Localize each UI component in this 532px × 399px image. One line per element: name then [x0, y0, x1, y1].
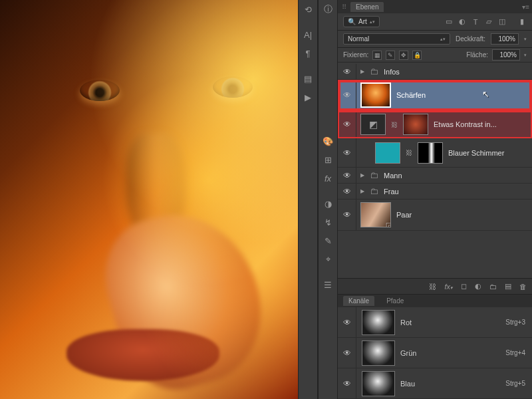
layer-folder-frau[interactable]: 👁 ▶ 🗀 Frau	[338, 184, 532, 200]
delete-icon[interactable]: 🗑	[519, 283, 527, 291]
mask-thumbnail[interactable]	[418, 142, 443, 164]
adjustment-thumbnail[interactable]: ◩	[360, 114, 386, 135]
expand-toggle-icon[interactable]: ▶	[360, 68, 364, 74]
layer-kontrast[interactable]: 👁 ◩ ⛓ Etwas Kontrast in...	[338, 111, 532, 138]
layer-name[interactable]: Schärfen	[396, 91, 426, 99]
link-mask-icon[interactable]: ⛓	[406, 149, 412, 156]
panel-icon-info[interactable]: ⓘ	[319, 0, 337, 19]
panel-grip-icon[interactable]: ⠿	[342, 3, 346, 11]
folder-icon: 🗀	[370, 186, 378, 196]
layer-schaerfen[interactable]: 👁 Schärfen ↖	[338, 80, 532, 111]
layer-name[interactable]: Frau	[384, 188, 399, 196]
panel-icon-swatches[interactable]: ⊞	[319, 150, 337, 169]
blend-mode-dropdown[interactable]: Normal ▴▾	[343, 33, 450, 45]
layer-name[interactable]: Infos	[384, 68, 400, 76]
search-icon: 🔍	[348, 18, 356, 25]
lock-all-icon[interactable]: 🔒	[412, 51, 422, 60]
filter-toggle-icon[interactable]: ▮	[517, 17, 527, 27]
channels-tab-bar: Kanäle Pfade	[338, 294, 532, 307]
link-layers-icon[interactable]: ⛓	[429, 283, 436, 291]
visibility-toggle[interactable]: 👁	[338, 338, 356, 368]
canvas-artwork[interactable]	[0, 0, 298, 399]
layer-name[interactable]: Blauer Schimmer	[448, 149, 504, 157]
filter-adjustment-icon[interactable]: ◐	[458, 17, 467, 27]
mask-icon[interactable]: ◻	[461, 282, 467, 291]
caret-icon[interactable]: ▾	[524, 53, 527, 58]
expand-toggle-icon[interactable]: ▶	[360, 172, 364, 178]
lock-label: Fixieren:	[343, 51, 368, 59]
filter-type-icon[interactable]: T	[471, 17, 480, 27]
layers-tab[interactable]: Ebenen	[350, 2, 384, 12]
panel-icon-clone[interactable]: ⌖	[319, 250, 337, 269]
paths-tab[interactable]: Pfade	[381, 296, 409, 306]
lock-pixels-icon[interactable]: ✎	[386, 51, 395, 60]
layer-thumbnail[interactable]	[375, 142, 400, 164]
filter-shape-icon[interactable]: ▱	[484, 17, 493, 27]
panel-icon-character[interactable]: A|	[299, 25, 317, 44]
fx-icon[interactable]: fx▾	[444, 283, 453, 291]
expand-toggle-icon[interactable]: ▶	[360, 188, 364, 194]
caret-icon[interactable]: ▾	[524, 37, 527, 42]
panel-icon-adjustments[interactable]: ◑	[319, 194, 337, 213]
filter-pixel-icon[interactable]: ▭	[444, 17, 454, 27]
layer-filter-row: 🔍 Art ▴▾ ▭ ◐ T ▱ ◫ ▮	[338, 13, 532, 31]
adjustment-icon[interactable]: ◐	[475, 282, 481, 291]
channels-list: 👁 Rot Strg+3 👁 Grün Strg+4 👁 Blau Strg+5	[338, 307, 532, 399]
panel-menu-icon[interactable]: ▾≡	[522, 3, 529, 11]
channel-thumbnail[interactable]	[362, 371, 395, 396]
panel-icon-color[interactable]: 🎨	[319, 132, 337, 150]
lock-position-icon[interactable]: ✥	[399, 51, 408, 60]
channels-tab[interactable]: Kanäle	[343, 296, 374, 306]
layers-list: 👁 ▶ 🗀 Infos 👁 Schärfen ↖ 👁 ◩ ⛓ Etwas Kon…	[338, 63, 532, 278]
channel-name[interactable]: Rot	[400, 319, 505, 327]
layers-footer: ⛓ fx▾ ◻ ◐ 🗀 ▤ 🗑	[338, 278, 532, 294]
layer-name[interactable]: Etwas Kontrast in...	[434, 120, 497, 128]
channel-row[interactable]: 👁 Blau Strg+5	[338, 368, 532, 399]
new-layer-icon[interactable]: ▤	[505, 282, 511, 291]
caret-icon: ▴▾	[370, 19, 375, 25]
panel-icon-navigator[interactable]: ▤	[299, 69, 317, 88]
channel-name[interactable]: Blau	[400, 380, 505, 388]
visibility-toggle[interactable]: 👁	[338, 80, 356, 110]
layer-folder-mann[interactable]: 👁 ▶ 🗀 Mann	[338, 168, 532, 184]
visibility-toggle[interactable]: 👁	[338, 168, 356, 183]
opacity-input[interactable]: 100%	[491, 33, 519, 45]
visibility-toggle[interactable]: 👁	[338, 200, 356, 230]
visibility-toggle[interactable]: 👁	[338, 307, 356, 337]
visibility-toggle[interactable]: 👁	[338, 368, 356, 398]
layer-name[interactable]: Mann	[384, 172, 402, 180]
mask-thumbnail[interactable]	[403, 114, 428, 135]
layer-folder-infos[interactable]: 👁 ▶ 🗀 Infos	[338, 63, 532, 80]
filter-kind-dropdown[interactable]: 🔍 Art ▴▾	[343, 16, 380, 27]
panel-icon-align[interactable]: ☰	[319, 275, 337, 294]
visibility-toggle[interactable]: 👁	[338, 184, 356, 199]
group-icon[interactable]: 🗀	[489, 283, 497, 291]
panel-icon-history[interactable]: ⟲	[299, 0, 317, 19]
channel-shortcut: Strg+5	[505, 380, 532, 387]
channel-row[interactable]: 👁 Rot Strg+3	[338, 307, 532, 338]
layer-paar[interactable]: 👁 ◲ Paar	[338, 200, 532, 231]
panel-icon-styles[interactable]: fx	[319, 169, 337, 188]
fill-input[interactable]: 100%	[492, 49, 520, 61]
filter-smart-icon[interactable]: ◫	[497, 17, 507, 27]
visibility-toggle[interactable]: 👁	[338, 111, 356, 138]
layer-thumbnail[interactable]: ◲	[360, 202, 391, 227]
panel-icon-paragraph[interactable]: ¶	[299, 44, 317, 63]
channel-thumbnail[interactable]	[362, 310, 395, 335]
opacity-label: Deckkraft:	[456, 35, 485, 43]
layer-blauer-schimmer[interactable]: 👁 ⛓ Blauer Schimmer	[338, 138, 532, 168]
folder-icon: 🗀	[370, 66, 378, 76]
layer-thumbnail[interactable]	[360, 82, 391, 108]
lock-transparent-icon[interactable]: ▦	[372, 51, 382, 60]
channel-row[interactable]: 👁 Grün Strg+4	[338, 338, 532, 368]
caret-icon: ▴▾	[440, 37, 446, 42]
channel-thumbnail[interactable]	[362, 340, 395, 366]
link-mask-icon[interactable]: ⛓	[391, 121, 398, 128]
panel-icon-play[interactable]: ▶	[299, 88, 317, 106]
panel-icon-levels[interactable]: ↯	[319, 213, 337, 231]
channel-name[interactable]: Grün	[400, 349, 505, 357]
visibility-toggle[interactable]: 👁	[338, 64, 356, 79]
visibility-toggle[interactable]: 👁	[338, 138, 356, 167]
panel-icon-brush[interactable]: ✎	[319, 231, 337, 250]
layer-name[interactable]: Paar	[396, 211, 412, 219]
